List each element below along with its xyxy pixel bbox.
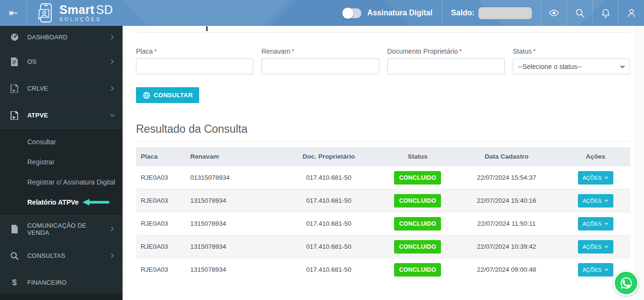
consultar-button[interactable]: CONSULTAR <box>136 87 199 103</box>
consultar-button-label: CONSULTAR <box>154 92 192 99</box>
assinatura-digital-label: Assinatura Digital <box>367 9 432 17</box>
cell-doc-proprietario: 017.410.681-50 <box>274 166 383 189</box>
cell-doc-proprietario: 017.410.681-50 <box>274 189 383 212</box>
sidebar-item-comunicacao-de-venda[interactable]: COMUNICAÇÃO DE VENDA <box>0 216 123 242</box>
submenu-item-consultar[interactable]: Consultar <box>0 132 123 152</box>
whatsapp-button[interactable] <box>613 270 639 296</box>
cell-doc-proprietario: 017.410.681-50 <box>274 235 383 258</box>
gauge-icon <box>10 32 19 42</box>
column-header-acoes: Ações <box>561 147 630 166</box>
acoes-dropdown-button[interactable]: AÇÕES <box>578 263 613 277</box>
chevron-right-icon <box>110 253 115 258</box>
brand-logo[interactable]: SmartSD SOLUÇÕES <box>27 0 123 26</box>
acoes-button-label: AÇÕES <box>583 175 602 181</box>
submenu-item-label: Registrar c/ Assinatura Digital <box>27 178 115 186</box>
file-pdf-icon <box>10 84 19 93</box>
cell-doc-proprietario: 017.410.681-50 <box>274 258 383 281</box>
collapse-sidebar-icon: ⇤ <box>9 7 18 19</box>
cell-doc-proprietario: 017.410.681-50 <box>274 212 383 235</box>
cell-renavam: 1315078934 <box>185 189 274 212</box>
query-form: Placa* Renavam* Documento Proprietário* … <box>136 47 630 74</box>
assinatura-digital-toggle[interactable] <box>342 8 362 18</box>
table-row: RJE0A03 1315078934 017.410.681-50 CONCLU… <box>136 235 630 258</box>
acoes-button-label: AÇÕES <box>583 221 602 227</box>
sidebar-item-consultas[interactable]: CONSULTAS <box>0 242 123 269</box>
sidebar-item-crlve[interactable]: CRLVE <box>0 75 123 102</box>
documento-proprietario-input[interactable] <box>387 58 505 74</box>
dollar-icon: $ <box>10 278 19 288</box>
cell-renavam: 01315078934 <box>185 166 274 189</box>
collapse-sidebar-button[interactable]: ⇤ <box>0 0 27 26</box>
brand-subtitle: SOLUÇÕES <box>59 17 113 22</box>
documento-proprietario-label-text: Documento Proprietário <box>387 47 458 55</box>
brand-name-light: SD <box>96 3 113 16</box>
file-icon <box>10 224 19 234</box>
status-label: Status* <box>513 47 630 55</box>
status-badge: CONCLUIDO <box>394 171 441 185</box>
renavam-input[interactable] <box>261 58 379 74</box>
visibility-button[interactable] <box>541 0 566 26</box>
sidebar-item-atpve[interactable]: ATPVE <box>0 102 123 129</box>
renavam-field-group: Renavam* <box>261 47 379 74</box>
whatsapp-icon <box>619 276 633 290</box>
notifications-button[interactable] <box>593 0 618 26</box>
bell-icon <box>600 8 611 18</box>
chevron-down-icon <box>604 267 609 272</box>
submenu-item-relatorio-atpve[interactable]: Relatório ATPVe <box>0 192 123 212</box>
cell-renavam: 1315078934 <box>185 258 274 281</box>
chevron-down-icon <box>604 175 609 180</box>
column-header-placa: Placa <box>136 147 185 166</box>
status-badge: CONCLUIDO <box>394 217 441 231</box>
table-row: RJE0A03 1315078934 017.410.681-50 CONCLU… <box>136 189 630 212</box>
submenu-item-registrar[interactable]: Registrar <box>0 152 123 172</box>
top-header: ⇤ SmartSD SOLUÇÕES Assinatura Digital Sa… <box>0 0 644 26</box>
sidebar-item-os[interactable]: OS <box>0 48 123 75</box>
saldo-group: Saldo: <box>442 0 541 26</box>
required-marker: * <box>459 47 462 55</box>
acoes-dropdown-button[interactable]: AÇÕES <box>578 194 613 208</box>
acoes-button-label: AÇÕES <box>583 244 602 250</box>
acoes-dropdown-button[interactable]: AÇÕES <box>578 217 613 231</box>
file-lines-icon <box>10 57 19 67</box>
chevron-down-icon <box>604 221 609 226</box>
sidebar-item-label: CRLVE <box>27 85 48 92</box>
saldo-label: Saldo: <box>451 9 475 17</box>
results-divider <box>136 141 630 142</box>
status-badge: CONCLUIDO <box>394 240 441 254</box>
documento-proprietario-label: Documento Proprietário* <box>387 47 505 55</box>
search-icon <box>575 8 585 18</box>
submenu-item-label: Relatório ATPVe <box>27 198 79 206</box>
acoes-dropdown-button[interactable]: AÇÕES <box>578 171 613 185</box>
sidebar-item-label: ATPVE <box>27 112 48 119</box>
placa-input[interactable] <box>136 58 253 74</box>
sidebar-item-financeiro[interactable]: $ FINANCEIRO <box>0 269 123 296</box>
status-field-group: Status* --Selecione o status-- <box>513 47 630 74</box>
submenu-item-label: Registrar <box>27 158 55 166</box>
vertical-scrollbar[interactable] <box>636 26 644 300</box>
cell-renavam: 1315078934 <box>185 212 274 235</box>
chevron-right-icon <box>110 86 115 91</box>
renavam-label: Renavam* <box>261 47 379 55</box>
column-header-data-cadastro: Data Cadastro <box>452 147 561 166</box>
cell-placa: RJE0A03 <box>136 258 185 281</box>
sidebar-item-label: OS <box>27 58 36 65</box>
sidebar-item-label: DASHBOARD <box>27 34 68 41</box>
placa-label: Placa* <box>136 47 253 55</box>
user-menu-button[interactable] <box>619 0 644 26</box>
cell-placa: RJE0A03 <box>136 235 185 258</box>
assinatura-digital-toggle-group: Assinatura Digital <box>333 0 442 26</box>
cell-data-cadastro: 22/07/2024 10:39:42 <box>452 235 561 258</box>
acoes-dropdown-button[interactable]: AÇÕES <box>578 240 613 254</box>
sidebar-item-dashboard[interactable]: DASHBOARD <box>0 26 123 48</box>
submenu-item-label: Consultar <box>27 138 56 146</box>
toggle-knob <box>342 8 353 19</box>
cell-data-cadastro: 22/07/2024 15:40:16 <box>452 189 561 212</box>
results-title: Resultado da Consulta <box>136 123 630 136</box>
column-header-renavam: Renavam <box>185 147 274 166</box>
search-button[interactable] <box>567 0 592 26</box>
chevron-down-icon <box>110 113 115 118</box>
submenu-item-registrar-assinatura[interactable]: Registrar c/ Assinatura Digital <box>0 172 123 192</box>
status-select[interactable]: --Selecione o status-- <box>513 58 630 74</box>
acoes-button-label: AÇÕES <box>583 198 602 204</box>
cell-data-cadastro: 22/07/2024 09:00:48 <box>452 258 561 281</box>
